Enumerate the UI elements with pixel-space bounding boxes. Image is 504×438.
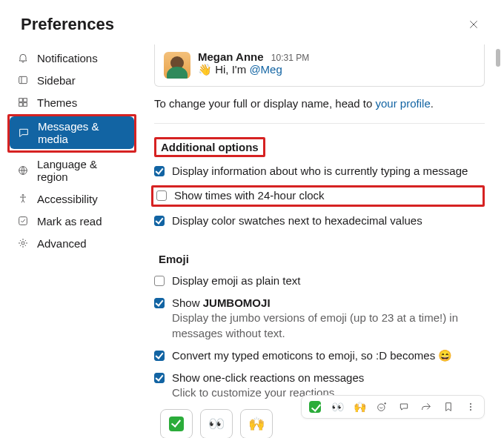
message-preview: Megan Anne 10:31 PM 👋 Hi, I'm @Meg [154, 44, 485, 87]
svg-rect-2 [24, 99, 27, 102]
sidebar-item-label: Themes [37, 96, 77, 109]
sidebar-item-label: Accessibility [37, 193, 98, 205]
toolbar-reaction-hands[interactable]: 🙌 [352, 399, 367, 414]
message-author: Megan Anne [198, 50, 264, 63]
svg-point-6 [22, 194, 24, 196]
toolbar-add-reaction[interactable] [374, 399, 389, 414]
sidebar: Notifications Sidebar Themes Messages & … [0, 44, 141, 438]
sidebar-item-label: Sidebar [37, 74, 76, 87]
toolbar-reaction-check[interactable] [308, 399, 322, 414]
option-convert-emoticons[interactable]: Convert my typed emoticons to emoji, so … [154, 348, 485, 364]
toolbar-more[interactable] [463, 399, 478, 414]
sidebar-item-mark-as-read[interactable]: Mark as read [9, 210, 135, 231]
sidebar-item-label: Advanced [37, 237, 87, 250]
option-jumbomoji[interactable]: Show JUMBOMOJI Display the jumbo version… [154, 295, 485, 342]
option-typing-info[interactable]: Display information about who is current… [154, 163, 485, 179]
checkbox[interactable] [154, 216, 165, 226]
themes-icon [16, 96, 30, 109]
green-check-icon [309, 401, 321, 413]
section-title-additional: Additional options [154, 137, 265, 157]
divider [154, 123, 485, 124]
message-time: 10:31 PM [271, 53, 309, 63]
svg-rect-3 [19, 103, 23, 107]
checkbox[interactable] [154, 373, 165, 383]
sidebar-item-sidebar[interactable]: Sidebar [9, 70, 135, 90]
message-icon [17, 126, 30, 139]
checkbox[interactable] [154, 298, 165, 308]
option-color-swatches[interactable]: Display color swatches next to hexadecim… [154, 213, 485, 229]
svg-point-9 [378, 404, 385, 411]
reaction-hands[interactable]: 🙌 [240, 409, 273, 439]
sidebar-item-advanced[interactable]: Advanced [9, 233, 135, 253]
sidebar-item-language-region[interactable]: Language & region [9, 154, 135, 187]
svg-point-12 [470, 409, 471, 411]
check-icon [16, 214, 30, 228]
checkbox[interactable] [156, 190, 167, 201]
sidebar-item-label: Notifications [37, 52, 98, 64]
checkbox[interactable] [154, 166, 165, 176]
sidebar-item-themes[interactable]: Themes [9, 92, 135, 113]
scrollbar-thumb[interactable] [496, 49, 500, 67]
section-title-emoji: Emoji [154, 251, 193, 267]
sidebar-icon [16, 73, 30, 87]
svg-rect-0 [19, 76, 27, 83]
bell-icon [16, 51, 30, 64]
message-toolbar: 👀 🙌 [301, 395, 485, 419]
accessibility-icon [16, 192, 30, 205]
svg-point-8 [21, 242, 24, 245]
reaction-check[interactable] [160, 409, 193, 439]
svg-rect-1 [19, 99, 23, 102]
toolbar-reaction-eyes[interactable]: 👀 [330, 399, 345, 414]
svg-rect-4 [24, 103, 27, 107]
option-emoji-plain[interactable]: Display emoji as plain text [154, 273, 485, 289]
message-body: 👋 Hi, I'm @Meg [198, 63, 309, 76]
sidebar-item-label: Mark as read [37, 215, 102, 228]
sidebar-item-label: Messages & media [38, 120, 127, 145]
sidebar-item-messages-media[interactable]: Messages & media [10, 116, 134, 149]
close-icon [468, 19, 480, 30]
wave-icon: 👋 [198, 63, 212, 76]
checkbox[interactable] [154, 276, 165, 286]
toolbar-thread[interactable] [397, 399, 411, 414]
reaction-eyes[interactable]: 👀 [200, 409, 233, 439]
toolbar-share[interactable] [419, 399, 434, 414]
eyes-icon: 👀 [208, 416, 225, 432]
sidebar-item-label: Language & region [37, 158, 127, 183]
checkbox[interactable] [154, 351, 165, 361]
svg-point-11 [470, 406, 471, 408]
gear-icon [16, 236, 30, 250]
page-title: Preferences [21, 15, 114, 34]
globe-icon [16, 164, 30, 177]
green-check-icon [169, 417, 184, 431]
toolbar-bookmark[interactable] [441, 399, 456, 414]
preferences-content: Megan Anne 10:31 PM 👋 Hi, I'm @Meg To ch… [141, 44, 504, 438]
mention-link[interactable]: @Meg [249, 63, 282, 76]
sidebar-item-notifications[interactable]: Notifications [9, 47, 135, 68]
sidebar-item-accessibility[interactable]: Accessibility [9, 188, 135, 209]
option-24h-clock[interactable]: Show times with 24-hour clock [151, 185, 485, 206]
avatar [164, 52, 190, 79]
change-name-hint: To change your full or display name, hea… [154, 97, 485, 110]
your-profile-link[interactable]: your profile [376, 97, 431, 110]
hands-icon: 🙌 [248, 416, 265, 432]
svg-rect-7 [19, 217, 27, 225]
scrollbar[interactable] [494, 44, 503, 438]
close-button[interactable] [464, 15, 483, 34]
svg-point-10 [470, 403, 471, 405]
